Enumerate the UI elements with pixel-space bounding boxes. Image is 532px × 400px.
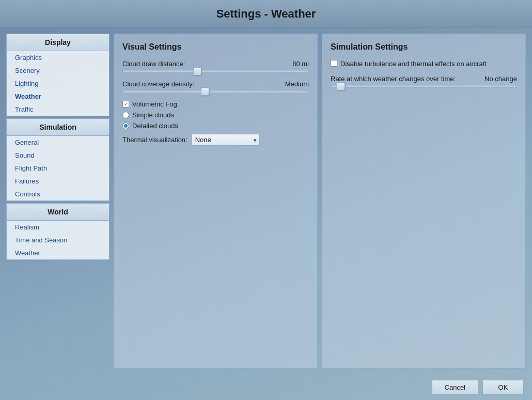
cloud-coverage-density-label: Cloud coverage density: [122,80,194,88]
weather-change-rate-value: No change [484,75,517,83]
sidebar-items-display: Graphics Scenery Lighting Weather Traffi… [7,51,109,116]
sidebar-item-graphics[interactable]: Graphics [7,51,109,64]
disable-turbulence-checkbox[interactable] [331,60,337,67]
simulation-settings-title: Simulation Settings [331,42,517,52]
cloud-coverage-density-thumb[interactable] [201,87,209,96]
simple-clouds-radio[interactable] [122,112,129,118]
cloud-coverage-density-label-row: Cloud coverage density: Medium [122,80,309,88]
sidebar: Display Graphics Scenery Lighting Weathe… [6,34,109,368]
sidebar-item-weather-display[interactable]: Weather [7,90,109,103]
sidebar-item-controls[interactable]: Controls [7,188,109,201]
weather-change-rate-label-row: Rate at which weather changes over time:… [331,75,517,83]
page-title: Settings - Weather [216,7,316,20]
volumetric-fog-row: ✓ Volumetric Fog [122,100,309,108]
visual-settings-title: Visual Settings [122,42,309,52]
title-bar: Settings - Weather [0,0,532,27]
thermal-visualization-select[interactable]: None Color Symbol Color and Symbol [192,134,260,146]
sidebar-section-simulation: Simulation General Sound Flight Path Fai… [6,118,109,201]
sidebar-header-display: Display [7,34,109,51]
weather-change-rate-label: Rate at which weather changes over time: [331,75,456,83]
sidebar-item-failures[interactable]: Failures [7,175,109,188]
thermal-visualization-wrapper: None Color Symbol Color and Symbol ▼ [192,134,260,146]
sidebar-item-flight-path[interactable]: Flight Path [7,162,109,175]
detailed-clouds-row: Detailed clouds [122,122,309,130]
weather-change-rate-thumb[interactable] [337,82,345,90]
cloud-draw-distance-thumb[interactable] [193,67,201,75]
weather-change-rate-track[interactable] [331,85,517,88]
cancel-button[interactable]: Cancel [432,380,478,395]
sidebar-items-simulation: General Sound Flight Path Failures Contr… [7,136,109,201]
sidebar-item-weather-world[interactable]: Weather [7,247,109,259]
sidebar-item-scenery[interactable]: Scenery [7,64,109,77]
volumetric-fog-checkbox[interactable]: ✓ [122,101,129,107]
thermal-visualization-label: Thermal visualization: [122,136,187,144]
sidebar-header-world: World [7,204,109,221]
disable-turbulence-row: Disable turbulence and thermal effects o… [331,60,517,68]
simulation-settings-panel: Simulation Settings Disable turbulence a… [322,34,526,368]
sidebar-header-simulation: Simulation [7,119,109,136]
cloud-draw-distance-value: 80 mi [292,60,309,68]
cloud-draw-distance-track[interactable] [122,70,309,73]
volumetric-fog-label: Volumetric Fog [132,100,177,108]
sidebar-item-traffic[interactable]: Traffic [7,103,109,116]
visual-settings-panel: Visual Settings Cloud draw distance: 80 … [114,34,318,368]
disable-turbulence-label: Disable turbulence and thermal effects o… [340,60,487,68]
main-content: Display Graphics Scenery Lighting Weathe… [0,27,532,375]
sidebar-item-time-season[interactable]: Time and Season [7,234,109,247]
sidebar-item-realism[interactable]: Realism [7,221,109,234]
sidebar-item-sound[interactable]: Sound [7,149,109,162]
detailed-clouds-radio[interactable] [122,122,129,129]
cloud-coverage-density-row: Cloud coverage density: Medium [122,80,309,93]
simple-clouds-row: Simple clouds [122,111,309,119]
detailed-clouds-radio-dot [124,124,128,128]
bottom-bar: Cancel OK [0,375,532,400]
cloud-coverage-density-value: Medium [285,80,309,88]
sidebar-items-world: Realism Time and Season Weather [7,221,109,259]
cloud-draw-distance-label: Cloud draw distance: [122,60,185,68]
cloud-draw-distance-label-row: Cloud draw distance: 80 mi [122,60,309,68]
cloud-draw-distance-row: Cloud draw distance: 80 mi [122,60,309,73]
cloud-coverage-density-track[interactable] [122,90,309,93]
detailed-clouds-label: Detailed clouds [132,122,178,130]
simple-clouds-label: Simple clouds [132,111,174,119]
content-area: Visual Settings Cloud draw distance: 80 … [114,34,526,368]
thermal-visualization-row: Thermal visualization: None Color Symbol… [122,134,309,146]
sidebar-item-lighting[interactable]: Lighting [7,77,109,90]
weather-change-rate-row: Rate at which weather changes over time:… [331,75,517,88]
ok-button[interactable]: OK [482,380,524,395]
sidebar-item-general[interactable]: General [7,136,109,149]
sidebar-section-display: Display Graphics Scenery Lighting Weathe… [6,34,109,116]
sidebar-section-world: World Realism Time and Season Weather [6,203,109,260]
